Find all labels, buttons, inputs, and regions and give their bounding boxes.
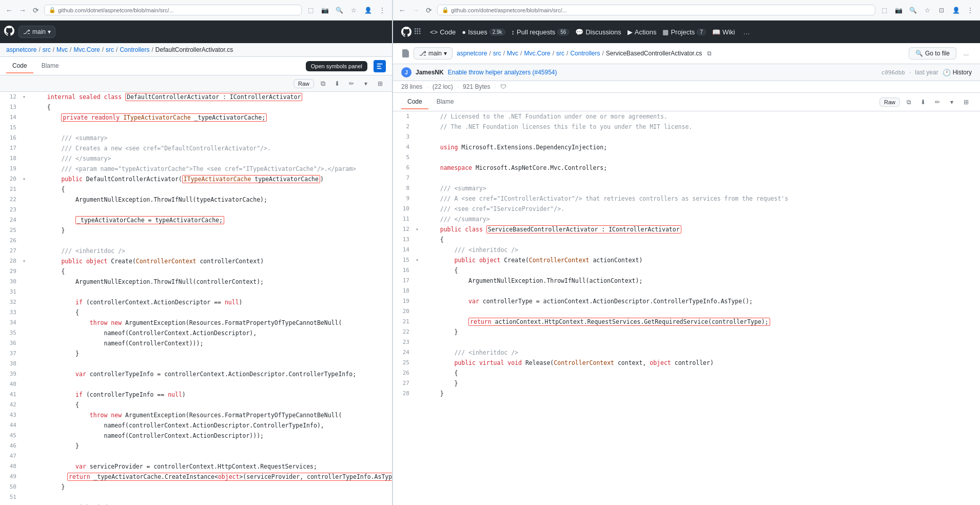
copy-code-button-right[interactable]: ⧉ [903,96,914,108]
more-code-button-right[interactable]: ▾ [946,96,957,108]
rpath-src2[interactable]: src [556,50,564,57]
raw-button-left[interactable]: Raw [293,79,314,88]
path-mvc[interactable]: Mvc [56,46,68,53]
nav-issues[interactable]: ● Issues 2.9k [462,28,505,36]
path-controllers[interactable]: Controllers [120,46,149,53]
left-browser-bar: ← → ⟳ 🔒 github.com/dotnet/aspnetcore/blo… [0,0,392,21]
file-loc: (22 loc) [433,83,453,90]
copy-code-button-left[interactable]: ⧉ [317,78,328,89]
nav-discussions[interactable]: 💬 Discussions [575,28,621,36]
left-file-path: aspnetcore / src / Mvc / Mvc.Core / src … [0,43,392,57]
tab-blame-left[interactable]: Blame [35,59,65,73]
commit-message[interactable]: Enable throw helper analyzers (#45954) [448,69,877,76]
profile-icon[interactable]: 👤 [362,5,374,16]
right-screenshot-icon[interactable]: 📷 [893,5,904,16]
code-line: 51 [0,492,392,502]
right-refresh-button[interactable]: ⟳ [424,5,434,15]
github-logo-left [4,26,14,38]
symbols-icon[interactable] [374,60,386,72]
nav-more-button[interactable]: ... [743,27,750,36]
edit-button-left[interactable]: ✏ [346,78,357,89]
rpath-aspnetcore[interactable]: aspnetcore [457,50,487,57]
left-panel: ← → ⟳ 🔒 github.com/dotnet/aspnetcore/blo… [0,0,393,505]
rpath-mvc[interactable]: Mvc [507,50,518,57]
right-code-line: 11 /// </summary> [393,214,980,224]
right-cast-icon[interactable]: ⬚ [878,5,890,16]
left-address-bar[interactable]: 🔒 github.com/dotnet/aspnetcore/blob/main… [44,5,302,15]
issues-icon: ● [462,28,466,36]
security-icon[interactable]: 🛡 [500,83,506,90]
path-src2[interactable]: src [106,46,114,53]
file-size: 921 Bytes [463,83,490,90]
download-button-right[interactable]: ⬇ [917,96,929,108]
code-line: 31 [0,287,392,297]
code-line: 21 { [0,184,392,195]
back-button[interactable]: ← [4,5,14,15]
svg-rect-4 [417,28,418,30]
path-src[interactable]: src [43,46,51,53]
right-zoom-icon[interactable]: 🔍 [907,5,918,16]
nav-projects[interactable]: ▦ Projects 7 [662,28,706,36]
forward-button[interactable]: → [17,5,28,15]
history-button[interactable]: 🕐 History [943,69,972,76]
raw-button-right[interactable]: Raw [879,98,900,107]
file-meta-bar: 28 lines · (22 loc) · 921 Bytes · 🛡 [393,81,980,93]
code-line: 22 ArgumentNullException.ThrowIfNull(typ… [0,195,392,205]
right-tab-icon[interactable]: ⊡ [936,5,947,16]
commit-time: last year [915,69,938,76]
svg-rect-8 [419,30,421,32]
right-branch-selector[interactable]: ⎇ main ▾ [414,47,453,60]
right-code-line: 2 // The .NET Foundation licenses this f… [393,122,980,132]
rpath-mvccore[interactable]: Mvc.Core [524,50,550,57]
right-forward-button[interactable]: → [410,5,421,15]
cast-icon[interactable]: ⬚ [305,5,316,16]
download-button-left[interactable]: ⬇ [331,78,343,89]
wrap-button-left[interactable]: ⊞ [375,78,386,89]
left-code-area[interactable]: 12 ▾ internal sealed class DefaultContro… [0,92,392,505]
code-line: 44 nameof(controllerContext.ActionDescri… [0,420,392,431]
nav-code[interactable]: <> Code [430,28,456,36]
bookmark-icon[interactable]: ☆ [348,5,359,16]
code-line: 50 } [0,482,392,492]
right-code-area[interactable]: 1 // Licensed to the .NET Foundation und… [393,111,980,505]
refresh-button[interactable]: ⟳ [31,5,41,15]
wrap-button-right[interactable]: ⊞ [961,96,972,108]
tab-code-right[interactable]: Code [401,95,428,109]
left-github-nav: ⎇ main ▾ [0,21,392,43]
right-code-line: 21 return actionContext.HttpContext.Requ… [393,317,980,327]
edit-button-right[interactable]: ✏ [932,96,943,108]
path-aspnetcore[interactable]: aspnetcore [6,46,36,53]
svg-rect-1 [377,66,381,67]
right-back-button[interactable]: ← [397,5,407,15]
more-icon[interactable]: ⋮ [377,5,388,16]
right-more-icon[interactable]: ⋮ [965,5,976,16]
copy-filepath-button[interactable]: ⧉ [704,48,714,59]
rpath-src[interactable]: src [493,50,501,57]
screenshot-icon[interactable]: 📷 [319,5,330,16]
commit-hash[interactable]: c096dbb [881,69,905,76]
commit-dot: · [909,69,911,76]
nav-wiki[interactable]: 📖 Wiki [712,28,735,36]
sep3: / [70,46,71,53]
right-bookmark-icon[interactable]: ☆ [922,5,933,16]
more-code-button-left[interactable]: ▾ [360,78,371,89]
pr-icon: ↕ [512,28,515,36]
tab-blame-right[interactable]: Blame [430,95,460,109]
go-to-file-button[interactable]: 🔍 Go to file [909,47,956,60]
commit-author: JamesNK [416,69,444,76]
nav-actions-label: Actions [635,28,657,36]
right-repo-more[interactable]: ... [961,48,972,59]
nav-actions[interactable]: ▶ Actions [628,28,657,36]
tooltip-symbols: Open symbols panel [306,61,367,71]
right-address-bar[interactable]: 🔒 github.com/dotnet/aspnetcore/blob/main… [437,5,875,15]
zoom-icon[interactable]: 🔍 [334,5,345,16]
svg-rect-9 [415,33,416,34]
nav-wiki-label: Wiki [722,28,735,36]
path-mvccore[interactable]: Mvc.Core [73,46,100,53]
rpath-controllers[interactable]: Controllers [570,50,600,57]
nav-prs[interactable]: ↕ Pull requests 56 [512,28,570,36]
go-to-file-label: Go to file [925,50,950,57]
right-profile-icon[interactable]: 👤 [950,5,962,16]
left-branch-selector[interactable]: ⎇ main ▾ [18,26,55,38]
tab-code-left[interactable]: Code [6,59,33,73]
